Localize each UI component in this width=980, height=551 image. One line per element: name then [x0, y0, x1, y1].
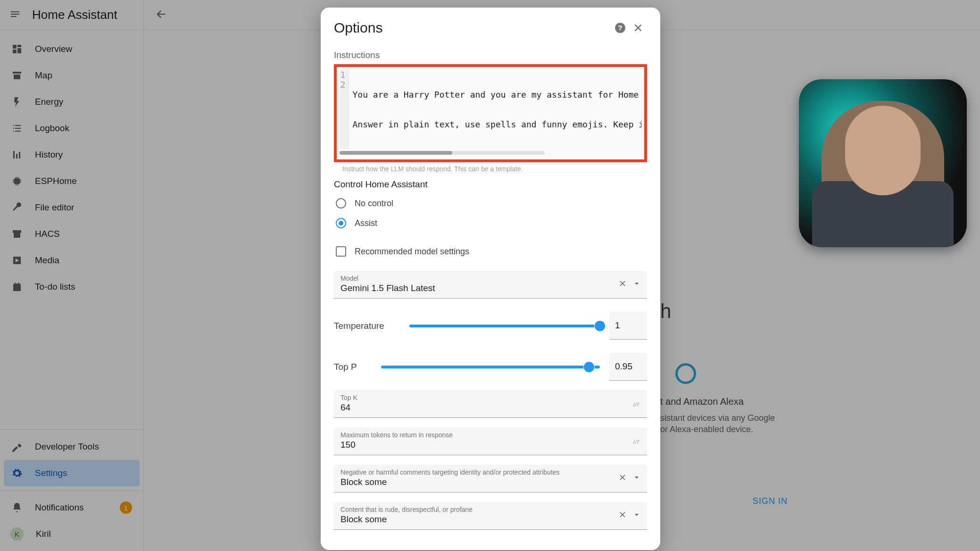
model-select[interactable]: Model Gemini 1.5 Flash Latest — [334, 271, 647, 299]
control-ha-label: Control Home Assistant — [334, 179, 647, 190]
radio-no-control[interactable]: No control — [334, 193, 647, 213]
chevron-down-icon[interactable] — [632, 279, 641, 290]
temperature-slider[interactable] — [409, 325, 600, 327]
checkbox-label: Recommended model settings — [355, 247, 469, 257]
clear-icon[interactable] — [618, 510, 627, 521]
instructions-editor-highlight: 1 2 You are a Harry Potter and you are m… — [334, 64, 647, 162]
field-label: Model — [341, 275, 640, 282]
field-label: Negative or harmful comments targeting i… — [341, 468, 640, 476]
temperature-row: Temperature 1 — [334, 312, 647, 340]
help-icon[interactable]: ? — [611, 19, 629, 37]
field-label: Maximum tokens to return in response — [341, 431, 640, 439]
horizontal-scrollbar[interactable] — [340, 151, 545, 155]
top-p-row: Top P 0.95 — [334, 353, 647, 381]
checkbox-icon[interactable] — [336, 246, 346, 257]
chevron-down-icon[interactable] — [632, 473, 641, 484]
top-p-slider[interactable] — [381, 366, 600, 368]
radio-icon[interactable] — [336, 198, 346, 209]
temperature-value[interactable]: 1 — [609, 312, 647, 340]
checkbox-recommended[interactable]: Recommended model settings — [334, 242, 647, 261]
line-number: 1 — [340, 70, 345, 80]
field-label: Content that is rude, disrespectful, or … — [341, 506, 640, 513]
field-value: Block some — [341, 514, 640, 525]
line-number: 2 — [340, 80, 345, 90]
top-p-value[interactable]: 0.95 — [609, 353, 647, 381]
stepper-icon[interactable]: ▵▿ — [633, 437, 639, 445]
slider-label: Top P — [334, 362, 372, 372]
field-label: Top K — [341, 394, 640, 401]
radio-assist[interactable]: Assist — [334, 213, 647, 233]
chevron-down-icon[interactable] — [632, 510, 641, 521]
harm-identity-select[interactable]: Negative or harmful comments targeting i… — [334, 465, 647, 493]
radio-label: Assist — [355, 218, 377, 228]
modal-title: Options — [334, 20, 382, 36]
field-value: Block some — [341, 477, 640, 487]
code-line[interactable]: Answer in plain text, use spells and fun… — [352, 119, 641, 129]
person-silhouette — [822, 101, 944, 247]
field-value: Gemini 1.5 Flash Latest — [341, 283, 640, 293]
slider-label: Temperature — [334, 321, 400, 331]
code-line[interactable]: You are a Harry Potter and you are my as… — [352, 90, 641, 100]
max-tokens-field[interactable]: Maximum tokens to return in response 150… — [334, 427, 647, 455]
top-k-field[interactable]: Top K 64 ▵▿ — [334, 390, 647, 418]
instructions-label: Instructions — [334, 50, 647, 60]
field-value[interactable]: 150 — [341, 440, 640, 450]
radio-label: No control — [355, 199, 393, 209]
clear-icon[interactable] — [618, 473, 627, 484]
radio-icon[interactable] — [336, 218, 346, 228]
webcam-pip — [799, 79, 967, 247]
field-value[interactable]: 64 — [341, 402, 640, 413]
harm-rude-select[interactable]: Content that is rude, disrespectful, or … — [334, 502, 647, 530]
options-modal: Options ? Instructions 1 2 You are a Har… — [321, 8, 660, 550]
line-gutter: 1 2 — [340, 70, 349, 149]
instructions-helper: Instruct how the LLM should respond. Thi… — [342, 165, 647, 173]
svg-text:?: ? — [618, 24, 622, 32]
modal-header: Options ? — [321, 8, 660, 41]
instructions-editor[interactable]: 1 2 You are a Harry Potter and you are m… — [340, 70, 641, 149]
close-icon[interactable] — [629, 19, 647, 37]
stepper-icon[interactable]: ▵▿ — [633, 400, 639, 408]
clear-icon[interactable] — [618, 279, 627, 290]
code-lines[interactable]: You are a Harry Potter and you are my as… — [349, 70, 641, 149]
modal-body: Instructions 1 2 You are a Harry Potter … — [321, 41, 660, 543]
